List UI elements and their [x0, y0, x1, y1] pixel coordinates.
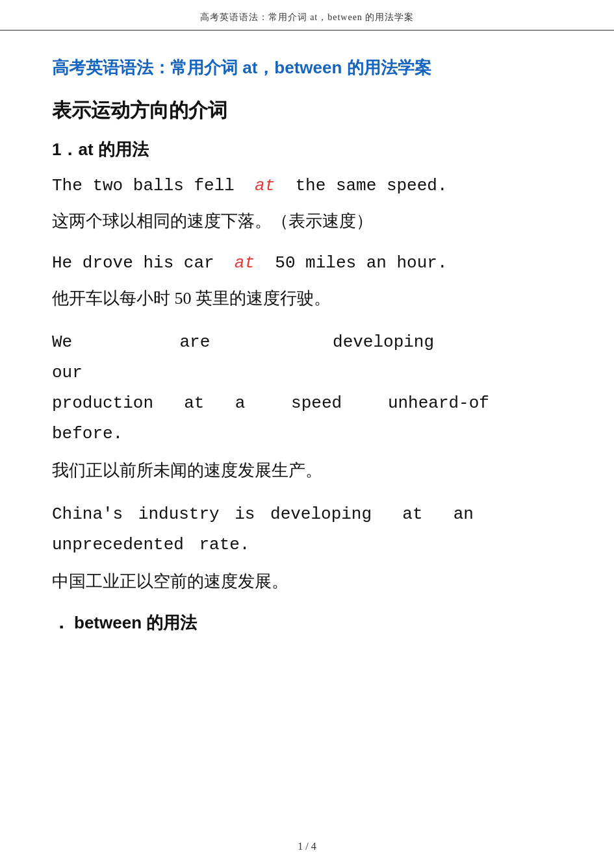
example-4-keyword: at [402, 504, 422, 524]
example-1: The two balls fell at the same speed. 这两… [52, 173, 562, 234]
example-4-zh: 中国工业正以空前的速度发展。 [52, 568, 562, 595]
header-title: 高考英语语法：常用介词 at，between 的用法学案 [200, 12, 415, 22]
example-3-zh: 我们正以前所未闻的速度发展生产。 [52, 457, 562, 484]
subsection2-label: between 的用法 [74, 612, 197, 634]
page-footer: 1 / 4 [0, 841, 614, 852]
example-2: He drove his car at 50 miles an hour. 他开… [52, 250, 562, 312]
page-header: 高考英语语法：常用介词 at，between 的用法学案 [0, 0, 614, 31]
section-heading: 表示运动方向的介词 [52, 97, 562, 124]
example-3-line3: before. [52, 419, 562, 449]
page-content: 高考英语语法：常用介词 at，between 的用法学案 表示运动方向的介词 1… [0, 31, 614, 693]
page-title: 高考英语语法：常用介词 at，between 的用法学案 [52, 56, 562, 79]
example-2-en-part1: He drove his car [52, 253, 235, 273]
example-3-en: We are developing our production at a sp… [52, 327, 562, 449]
example-3: We are developing our production at a sp… [52, 327, 562, 484]
page-number: 1 / 4 [298, 841, 316, 852]
example-4: China's industry is developing at an unp… [52, 499, 562, 595]
example-1-en: The two balls fell at the same speed. [52, 173, 562, 200]
example-1-en-part1: The two balls fell [52, 176, 255, 195]
example-4-en: China's industry is developing at an unp… [52, 499, 562, 560]
subsection2-heading: ． between 的用法 [52, 610, 562, 635]
example-1-keyword: at [255, 176, 275, 195]
example-3-line1: We are developing our [52, 327, 562, 388]
example-3-keyword: at [184, 393, 204, 413]
example-2-en-part2: 50 miles an hour. [255, 253, 447, 273]
example-2-keyword: at [235, 253, 255, 273]
subsection1-heading: 1．at 的用法 [52, 138, 562, 161]
example-1-zh: 这两个球以相同的速度下落。（表示速度） [52, 208, 562, 235]
example-4-line2: unprecedented rate. [52, 530, 562, 560]
example-1-en-part2: the same speed. [275, 176, 447, 195]
example-2-zh: 他开车以每小时 50 英里的速度行驶。 [52, 285, 562, 312]
bullet-dot: ． [52, 610, 70, 635]
example-2-en: He drove his car at 50 miles an hour. [52, 250, 562, 277]
example-3-line2: production at a speed unheard-of [52, 388, 562, 419]
example-4-line1: China's industry is developing at an [52, 499, 562, 530]
